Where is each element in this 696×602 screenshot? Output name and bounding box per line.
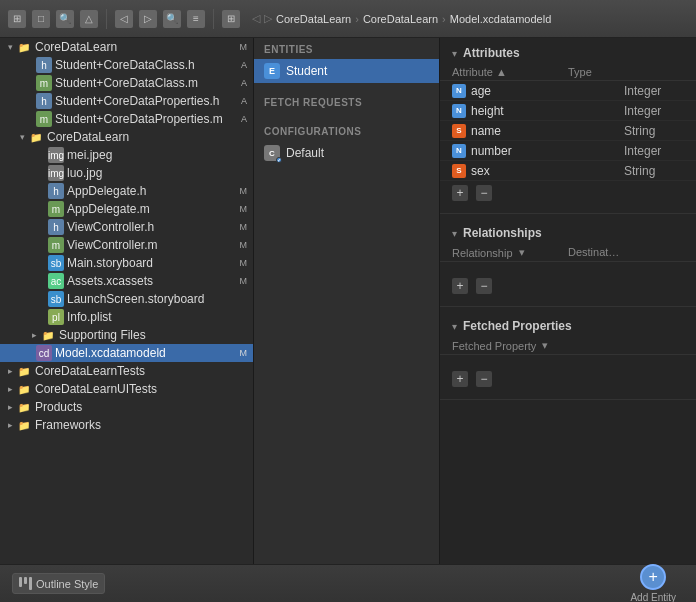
attr-row-sex[interactable]: S sex String [440,161,696,181]
toolbar-btn-3[interactable]: 🔍 [56,10,74,28]
rel-actions: + − [440,274,696,298]
remove-attribute-button[interactable]: − [476,185,492,201]
remove-relationship-button[interactable]: − [476,278,492,294]
chevron-down-icon: ▾ [542,339,684,352]
tree-item-appdelegate-m[interactable]: m AppDelegate.m M [0,200,253,218]
attr-badge-s: S [452,124,466,138]
storyboard-icon: sb [48,291,64,307]
tree-item-viewcontroller-h[interactable]: h ViewController.h M [0,218,253,236]
style-bar-2 [24,577,27,584]
h-icon: h [36,57,52,73]
folder-icon: 📁 [16,363,32,379]
tree-item-coredata-root[interactable]: ▾ 📁 CoreDataLearn M [0,38,253,56]
attr-row-age[interactable]: N age Integer [440,81,696,101]
outline-style-button[interactable]: Outline Style [12,573,105,594]
add-attribute-button[interactable]: + [452,185,468,201]
toolbar-btn-4[interactable]: △ [80,10,98,28]
attr-badge-s: S [452,164,466,178]
attr-table-header: Attribute ▲ Type [440,64,696,81]
breadcrumb-item-2[interactable]: CoreDataLearn [363,13,438,25]
tree-item-model[interactable]: cd Model.xcdatamodeld M [0,344,253,362]
tree-item-student-props-m[interactable]: m Student+CoreDataProperties.m A [0,110,253,128]
tree-badge: M [240,222,248,232]
breadcrumb-item-3[interactable]: Model.xcdatamodeld [450,13,552,25]
chevron-icon[interactable]: ▾ [452,228,457,239]
remove-fetched-property-button[interactable]: − [476,371,492,387]
tree-item-luo[interactable]: img luo.jpg [0,164,253,182]
tree-item-student-h[interactable]: h Student+CoreDataClass.h A [0,56,253,74]
tree-item-appdelegate-h[interactable]: h AppDelegate.h M [0,182,253,200]
attr-type: Integer [624,104,684,118]
tree-item-student-m[interactable]: m Student+CoreDataClass.m A [0,74,253,92]
arrow-icon: ▸ [28,330,40,340]
folder-icon: 📁 [28,129,44,145]
tree-label: luo.jpg [67,166,253,180]
add-relationship-button[interactable]: + [452,278,468,294]
toolbar-btn-9[interactable]: ⊞ [222,10,240,28]
chevron-icon[interactable]: ▾ [452,48,457,59]
breadcrumb-sep-2: ▷ [264,12,272,25]
toolbar-btn-7[interactable]: 🔍 [163,10,181,28]
folder-icon: 📁 [16,417,32,433]
attr-type: String [624,124,684,138]
tree-label: AppDelegate.m [67,202,240,216]
entity-item-default[interactable]: C ✓ Default [254,141,439,165]
tree-item-uitests[interactable]: ▸ 📁 CoreDataLearnUITests [0,380,253,398]
tree-item-main-storyboard[interactable]: sb Main.storyboard M [0,254,253,272]
tree-item-coredata-folder[interactable]: ▾ 📁 CoreDataLearn [0,128,253,146]
bottom-toolbar: Outline Style + Add Entity [0,564,696,602]
h-icon: h [48,183,64,199]
tree-item-student-props-h[interactable]: h Student+CoreDataProperties.h A [0,92,253,110]
attr-name: number [471,144,624,158]
attributes-section-header: ▾ Attributes [440,38,696,64]
tree-item-viewcontroller-m[interactable]: m ViewController.m M [0,236,253,254]
xcdatamodel-icon: cd [36,345,52,361]
arrow-icon: ▸ [4,402,16,412]
toolbar-btn-6[interactable]: ▷ [139,10,157,28]
attr-badge-n: N [452,84,466,98]
tree-badge: M [240,186,248,196]
attr-row-height[interactable]: N height Integer [440,101,696,121]
tree-item-tests[interactable]: ▸ 📁 CoreDataLearnTests [0,362,253,380]
tree-badge: A [241,78,247,88]
attr-name: age [471,84,624,98]
tree-label: Products [35,400,253,414]
add-fetched-property-button[interactable]: + [452,371,468,387]
tree-label: Main.storyboard [67,256,240,270]
file-tree: ▾ 📁 CoreDataLearn M h Student+CoreDataCl… [0,38,254,564]
tree-label: Student+CoreDataProperties.h [55,94,241,108]
tree-badge: M [240,348,248,358]
tree-item-info-plist[interactable]: pl Info.plist [0,308,253,326]
toolbar-btn-5[interactable]: ◁ [115,10,133,28]
chevron-icon[interactable]: ▾ [452,321,457,332]
tree-item-supporting-files[interactable]: ▸ 📁 Supporting Files [0,326,253,344]
toolbar-btn-1[interactable]: ⊞ [8,10,26,28]
tree-label: Student+CoreDataClass.m [55,76,241,90]
entity-item-student[interactable]: E Student [254,59,439,83]
tree-label: Student+CoreDataProperties.m [55,112,241,126]
tree-item-assets[interactable]: ac Assets.xcassets M [0,272,253,290]
tree-item-mei[interactable]: img mei.jpeg [0,146,253,164]
add-entity-button[interactable]: + Add Entity [622,562,684,602]
tree-badge: M [240,258,248,268]
toolbar-btn-2[interactable]: □ [32,10,50,28]
tree-label: CoreDataLearn [35,40,240,54]
tree-label: Model.xcdatamodeld [55,346,240,360]
relationships-section-header: ▾ Relationships [440,218,696,244]
arrow-icon: ▸ [4,420,16,430]
h-icon: h [36,93,52,109]
sort-icon: ▲ [496,66,568,78]
tree-item-products[interactable]: ▸ 📁 Products [0,398,253,416]
attr-row-number[interactable]: N number Integer [440,141,696,161]
xcassets-icon: ac [48,273,64,289]
tree-label: ViewController.m [67,238,240,252]
toolbar-btn-8[interactable]: ≡ [187,10,205,28]
attr-col-type: Type [568,66,684,78]
tree-item-launchscreen[interactable]: sb LaunchScreen.storyboard [0,290,253,308]
attr-badge-n: N [452,144,466,158]
attr-row-name[interactable]: S name String [440,121,696,141]
tree-label: Supporting Files [59,328,253,342]
tree-item-frameworks[interactable]: ▸ 📁 Frameworks [0,416,253,434]
breadcrumb-item-1[interactable]: CoreDataLearn [276,13,351,25]
chevron-down-icon: ▾ [519,246,568,259]
